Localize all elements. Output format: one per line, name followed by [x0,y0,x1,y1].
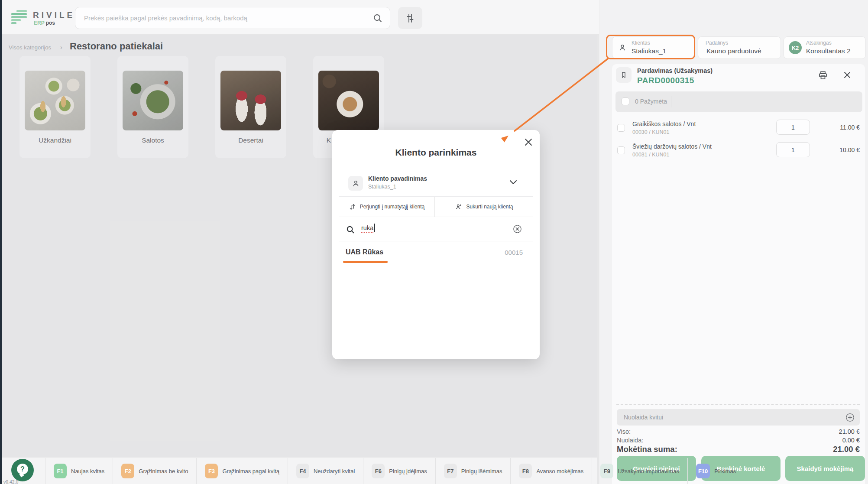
total-value: 0.00 € [842,437,860,444]
search-icon [372,13,383,23]
window-edge [0,0,2,484]
toolbar-open-receipts[interactable]: F4 Neuždaryti kvitai [288,464,363,478]
person-icon [618,43,627,52]
client-search-result[interactable]: UAB Rūkas 00015 [339,241,533,266]
brand-erp: ERP [34,20,45,26]
toolbar-cash-out[interactable]: F7 Pinigų išėmimas [436,464,511,478]
text-caret [374,224,375,232]
total-value: 21.00 € [839,428,860,435]
toolbar-cash-in[interactable]: F6 Pinigų įdėjimas [363,464,435,478]
client-label: Klientas [632,40,650,46]
item-code: 00031 / KUN01 [632,152,669,158]
person-plus-icon [455,203,462,211]
client-field-value: Staliukas_1 [368,184,396,190]
item-qty-input[interactable]: 1 [776,142,810,157]
selected-count-label: 0 Pažymėta [635,98,667,105]
search-icon [346,225,355,234]
select-all-checkbox[interactable] [622,97,629,105]
brand-pos: pos [46,20,55,26]
responsible-value: Konsultantas 2 [806,47,851,55]
clear-search-icon[interactable] [513,224,522,234]
item-qty-input[interactable]: 1 [776,120,810,135]
item-name: Graikiškos salotos / Vnt [632,120,696,127]
annotation-underline [343,261,388,263]
total-row-nuolaida: Nuolaida: 0.00 € [617,437,860,444]
total-row-viso: Viso: 21.00 € [617,428,860,435]
toolbar-order-import[interactable]: F9 Užsakymo importavimas [592,464,687,478]
branch-value: Kauno parduotuvė [706,47,761,55]
f6-key-badge: F6 [372,464,385,478]
toolbar-new-receipt[interactable]: F1 Naujas kvitas [45,464,113,478]
toolbar-purchase[interactable]: F10 Pirkimas [688,464,744,478]
help-button[interactable]: ? [11,459,34,481]
help-icon: ? [17,464,28,474]
client-selection-modal: Kliento parinkimas Kliento pavadinimas S… [332,130,540,359]
bookmark-icon [616,67,632,83]
client-search-input[interactable]: rūka [339,217,533,241]
switch-default-client-button[interactable]: Perjungti į numatytąjį klientą [339,197,435,217]
f10-key-badge: F10 [696,464,710,478]
client-selector[interactable]: Klientas Staliukas_1 [612,36,695,59]
f7-key-badge: F7 [444,464,457,478]
branch-selector[interactable]: Padalinys Kauno parduotuvė [698,36,781,59]
toolbar-return-by-receipt[interactable]: F3 Grąžinimas pagal kvitą [197,464,288,478]
print-icon[interactable] [818,70,828,81]
brand-name: RIVILE [33,10,75,20]
content-scrollbar[interactable] [597,35,599,484]
branch-label: Padalinys [706,40,728,46]
total-value: 21.00 € [833,445,860,454]
brand-product: ERPpos [34,20,55,26]
item-price: 11.00 € [840,124,860,131]
total-row-moketina: Mokėtina suma: 21.00 € [617,445,860,454]
search-filter-button[interactable] [398,7,422,29]
selection-bar: 0 Pažymėta [615,91,862,112]
client-field-label: Kliento pavadinimas [368,175,427,182]
result-client-code: 00015 [505,249,523,256]
f1-key-badge: F1 [54,464,67,478]
rivile-logo-icon [11,10,28,25]
item-checkbox[interactable] [617,146,625,154]
totals-separator [616,404,860,405]
app-version: v0.42.0 [3,479,18,484]
swap-icon [349,203,356,211]
total-label: Viso: [617,428,631,435]
order-number: PARD0000315 [637,76,694,85]
order-type-label: Pardavimas (Užsakymas) [637,67,713,74]
f3-key-badge: F3 [205,464,218,478]
modal-close-icon[interactable] [523,137,534,147]
total-label: Mokėtina suma: [617,445,677,454]
f4-key-badge: F4 [296,464,309,478]
order-card: Pardavimas (Užsakymas) PARD0000315 0 Paž… [612,64,865,484]
f2-key-badge: F2 [121,464,134,478]
split-payment-button[interactable]: Skaidyti mokėjimą [785,456,865,481]
plus-circle-icon[interactable] [845,413,855,422]
receipt-discount-label: Nuolaida kvitui [624,414,663,421]
item-name: Šviežių daržovių salotos / Vnt [632,143,712,150]
avatar: K2 [789,41,802,54]
item-code: 00030 / KUN01 [632,129,669,135]
order-panel: Klientas Staliukas_1 Padalinys Kauno par… [599,0,868,484]
order-close-icon[interactable] [843,71,852,79]
function-key-bar: F1 Naujas kvitas F2 Grąžinimas be kvito … [45,458,744,484]
receipt-discount-bar[interactable]: Nuolaida kvitui [617,409,860,426]
pos-app: RIVILE ERPpos Prisijungęs POS02 ne Fisca… [0,0,868,484]
toolbar-return-no-receipt[interactable]: F2 Grąžinimas be kvito [113,464,196,478]
client-value: Staliukas_1 [632,47,666,55]
f8-key-badge: F8 [519,464,532,478]
client-dropdown[interactable]: Kliento pavadinimas Staliukas_1 [339,172,533,194]
create-new-client-button[interactable]: Sukurti naują klientą [435,197,533,217]
modal-title: Kliento parinkimas [332,147,540,158]
person-icon [348,176,363,191]
search-query-text: rūka [361,224,373,233]
result-client-name: UAB Rūkas [346,248,383,256]
product-search [75,7,390,29]
bottom-toolbar: ? v0.42.0 F1 Naujas kvitas F2 Grąžinimas… [2,457,597,484]
item-checkbox[interactable] [617,124,625,132]
f9-key-badge: F9 [600,464,613,478]
item-price: 10.00 € [839,146,860,153]
product-search-input[interactable] [83,7,365,29]
tune-icon [405,13,415,23]
responsible-label: Atsakingas [806,40,832,46]
responsible-selector[interactable]: K2 Atsakingas Konsultantas 2 [784,36,866,59]
toolbar-advance-payment[interactable]: F8 Avanso mokėjimas [511,464,592,478]
